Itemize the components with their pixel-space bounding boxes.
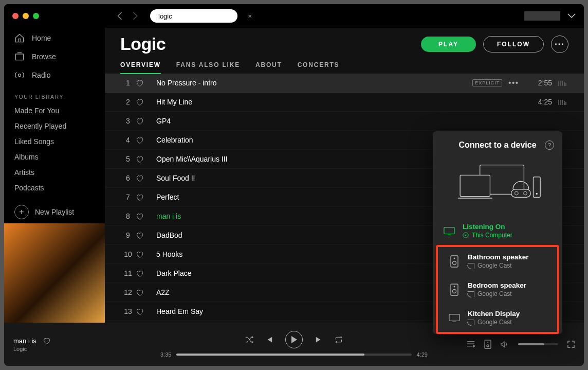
sound-icon bbox=[463, 232, 469, 238]
user-name[interactable] bbox=[524, 11, 560, 21]
cast-icon bbox=[468, 320, 474, 325]
sidebar-item-label: Home bbox=[32, 34, 51, 42]
traffic-lights bbox=[12, 13, 39, 19]
devices-icon[interactable] bbox=[484, 340, 491, 349]
sidebar-item-podcasts[interactable]: Podcasts bbox=[4, 180, 105, 196]
sidebar-item-made-for-you[interactable]: Made For You bbox=[4, 103, 105, 118]
sidebar-item-browse[interactable]: Browse bbox=[14, 47, 95, 66]
cast-icon bbox=[468, 263, 474, 269]
heart-icon[interactable] bbox=[136, 289, 156, 296]
tab-concerts[interactable]: CONCERTS bbox=[298, 61, 340, 74]
heart-icon[interactable] bbox=[136, 136, 156, 144]
svg-point-17 bbox=[453, 261, 456, 265]
sidebar-item-liked-songs[interactable]: Liked Songs bbox=[4, 134, 105, 149]
heart-icon[interactable] bbox=[43, 337, 50, 345]
chevron-down-icon[interactable] bbox=[567, 13, 576, 19]
device-current[interactable]: Listening On This Computer bbox=[433, 217, 562, 245]
display-icon bbox=[448, 311, 461, 325]
track-name: No Pressure - intro bbox=[156, 79, 472, 87]
device-name: Bedroom speaker bbox=[468, 281, 526, 289]
speaker-icon bbox=[448, 254, 461, 269]
prev-track-icon[interactable] bbox=[266, 336, 273, 343]
device-item[interactable]: Bedroom speakerGoogle Cast bbox=[438, 275, 557, 304]
svg-point-5 bbox=[487, 342, 488, 343]
home-icon bbox=[14, 33, 25, 43]
repeat-icon[interactable] bbox=[335, 336, 343, 343]
track-more-icon[interactable]: ••• bbox=[508, 79, 519, 87]
track-number: 11 bbox=[120, 269, 136, 277]
nav-back-icon[interactable] bbox=[117, 12, 123, 20]
track-number: 5 bbox=[120, 155, 136, 163]
device-sub: Google Cast bbox=[468, 290, 526, 297]
device-highlight: Bathroom speakerGoogle CastBedroom speak… bbox=[436, 245, 559, 334]
svg-rect-8 bbox=[511, 189, 531, 197]
heart-icon[interactable] bbox=[136, 193, 156, 201]
help-icon[interactable]: ? bbox=[545, 140, 554, 150]
heart-icon[interactable] bbox=[136, 308, 156, 315]
new-playlist-label: New Playlist bbox=[35, 208, 74, 216]
heart-icon[interactable] bbox=[136, 98, 156, 106]
track-number: 3 bbox=[120, 117, 136, 125]
sidebar-item-artists[interactable]: Artists bbox=[4, 165, 105, 180]
svg-point-20 bbox=[453, 289, 456, 293]
heart-icon[interactable] bbox=[136, 270, 156, 277]
heart-icon[interactable] bbox=[136, 251, 156, 258]
nav-forward-icon[interactable] bbox=[132, 12, 138, 20]
shuffle-icon[interactable] bbox=[245, 336, 253, 343]
total-time: 4:29 bbox=[417, 351, 428, 358]
volume-bar[interactable] bbox=[518, 343, 558, 345]
svg-rect-7 bbox=[460, 175, 490, 196]
queue-icon[interactable] bbox=[467, 341, 475, 348]
minimize-window-icon[interactable] bbox=[23, 13, 29, 19]
search-text[interactable] bbox=[158, 12, 245, 20]
play-pause-button[interactable] bbox=[285, 331, 303, 348]
svg-rect-21 bbox=[449, 314, 460, 321]
track-row[interactable]: 2Hit My Line4:25 bbox=[105, 93, 584, 112]
device-name: Bathroom speaker bbox=[468, 253, 529, 261]
tab-about[interactable]: ABOUT bbox=[255, 61, 282, 74]
radio-icon bbox=[14, 70, 25, 80]
svg-point-4 bbox=[487, 345, 489, 347]
close-window-icon[interactable] bbox=[12, 13, 19, 19]
heart-icon[interactable] bbox=[136, 213, 156, 220]
fullscreen-icon[interactable] bbox=[567, 341, 575, 348]
sidebar-item-albums[interactable]: Albums bbox=[4, 149, 105, 165]
device-name: Listening On bbox=[463, 223, 512, 231]
maximize-window-icon[interactable] bbox=[33, 13, 39, 19]
now-playing-title[interactable]: man i is bbox=[13, 337, 36, 345]
follow-button[interactable]: FOLLOW bbox=[483, 36, 544, 52]
heart-icon[interactable] bbox=[136, 174, 156, 182]
heart-icon[interactable] bbox=[136, 79, 156, 87]
computer-icon bbox=[443, 224, 455, 238]
volume-icon[interactable] bbox=[501, 341, 509, 348]
tab-overview[interactable]: OVERVIEW bbox=[120, 61, 161, 74]
track-row[interactable]: 3GP4 bbox=[105, 112, 584, 131]
device-item[interactable]: Bathroom speakerGoogle Cast bbox=[438, 247, 557, 275]
clear-search-icon[interactable]: ✕ bbox=[248, 13, 252, 19]
more-button[interactable]: ··· bbox=[551, 36, 568, 53]
heart-icon[interactable] bbox=[136, 117, 156, 125]
search-input[interactable]: ✕ bbox=[150, 9, 237, 23]
track-row[interactable]: 1No Pressure - introEXPLICIT•••2:55 bbox=[105, 74, 584, 93]
now-playing-artist[interactable]: Logic bbox=[13, 346, 114, 352]
sidebar-item-home[interactable]: Home bbox=[14, 29, 95, 47]
svg-point-19 bbox=[454, 286, 455, 287]
track-name: GP4 bbox=[156, 117, 568, 125]
tab-fans-also-like[interactable]: FANS ALSO LIKE bbox=[176, 61, 240, 74]
device-sub: Google Cast bbox=[468, 262, 529, 269]
now-playing-cover[interactable] bbox=[4, 223, 105, 323]
heart-icon[interactable] bbox=[136, 155, 156, 163]
sidebar-item-label: Browse bbox=[32, 52, 56, 61]
play-button[interactable]: PLAY bbox=[421, 37, 476, 52]
heart-icon[interactable] bbox=[136, 232, 156, 239]
track-number: 7 bbox=[120, 193, 136, 201]
next-track-icon[interactable] bbox=[315, 336, 322, 343]
device-item[interactable]: Kitchen DisplayGoogle Cast bbox=[438, 304, 557, 332]
progress-bar[interactable] bbox=[176, 354, 411, 356]
sidebar-item-radio[interactable]: Radio bbox=[14, 66, 95, 84]
popularity-bars bbox=[558, 99, 568, 105]
sidebar: Home Browse Radio YOUR LIBRARY Made For … bbox=[4, 28, 105, 323]
topbar: ✕ bbox=[4, 4, 584, 28]
new-playlist-button[interactable]: + New Playlist bbox=[4, 201, 105, 223]
sidebar-item-recently-played[interactable]: Recently Played bbox=[4, 118, 105, 134]
